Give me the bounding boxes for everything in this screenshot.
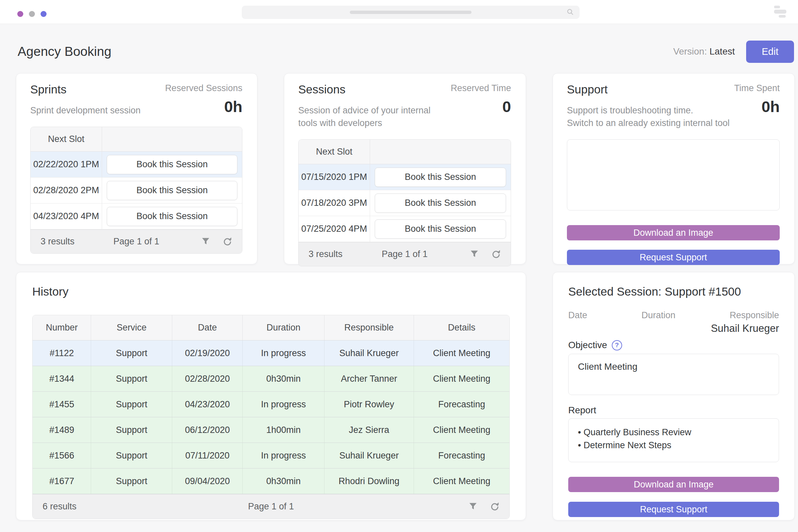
table-row[interactable]: 04/23/2020 4PM Book this Session [31, 204, 242, 229]
book-session-button[interactable]: Book this Session [107, 181, 238, 200]
cell-responsible: Suhail Krueger [324, 443, 414, 468]
results-count: 6 results [42, 501, 76, 512]
version-value: Latest [709, 46, 735, 57]
slot-date: 07/15/2020 1PM [299, 164, 370, 190]
report-field[interactable]: Quarterly Business Review Determine Next… [568, 418, 779, 462]
support-subtitle-line2: Switch to an already existing internal t… [567, 117, 729, 129]
table-row[interactable]: #1677 Support 09/04/2020 0h30min Rhodri … [33, 469, 509, 494]
sessions-table-footer: 3 results Page 1 of 1 [299, 242, 511, 266]
column-header-service: Service [91, 315, 172, 340]
cell-number: #1677 [33, 469, 91, 494]
book-session-button[interactable]: Book this Session [107, 207, 238, 226]
cell-number: #1122 [33, 341, 91, 366]
cell-date: 02/28/2020 [172, 366, 243, 391]
sprints-table-header: Next Slot [31, 127, 242, 152]
request-support-button[interactable]: Request Support [568, 502, 779, 517]
cell-date: 09/04/2020 [172, 469, 243, 494]
table-row[interactable]: #1344 Support 02/28/2020 0h30min Archer … [33, 366, 509, 392]
download-image-button[interactable]: Download an Image [567, 225, 780, 241]
support-empty-box [567, 139, 780, 210]
table-row[interactable]: #1566 Support 07/11/2020 In progress Suh… [33, 443, 509, 469]
book-session-button[interactable]: Book this Session [375, 220, 506, 239]
results-count: 3 results [308, 249, 342, 259]
browser-menu-icon[interactable] [774, 6, 787, 18]
cell-service: Support [91, 392, 172, 417]
book-session-button[interactable]: Book this Session [107, 155, 238, 174]
book-session-button[interactable]: Book this Session [375, 168, 506, 187]
cell-date: 07/11/2020 [172, 443, 243, 468]
slot-date: 02/28/2020 2PM [31, 177, 102, 203]
results-count: 3 results [41, 236, 75, 247]
cell-responsible: Piotr Rowley [324, 392, 414, 417]
sprints-metric-value: 0h [165, 97, 242, 116]
help-icon[interactable]: ? [612, 340, 622, 350]
cell-service: Support [91, 469, 172, 494]
sprints-title: Sprints [30, 82, 141, 97]
cell-service: Support [91, 366, 172, 391]
filter-icon[interactable] [201, 237, 210, 246]
sessions-card: Sessions Session of advice of your inter… [284, 73, 526, 264]
table-row[interactable]: #1489 Support 06/12/2020 1h00min Jez Sie… [33, 417, 509, 443]
refresh-icon[interactable] [223, 237, 232, 246]
column-header-duration: Duration [243, 315, 324, 340]
table-row[interactable]: #1122 Support 02/19/2020 In progress Suh… [33, 341, 509, 366]
objective-label: Objective [568, 340, 607, 350]
version-text: Version: Latest [673, 46, 735, 57]
sessions-metric-value: 0 [451, 97, 511, 116]
column-header-date: Date [172, 315, 243, 340]
table-row[interactable]: 07/18/2020 3PM Book this Session [299, 190, 511, 216]
edit-button[interactable]: Edit [746, 41, 794, 63]
history-table-footer: 6 results Page 1 of 1 [33, 494, 509, 519]
next-slot-column-header: Next Slot [31, 127, 102, 151]
refresh-icon[interactable] [490, 502, 499, 511]
cell-duration: 0h30min [243, 469, 324, 494]
download-image-button[interactable]: Download an Image [568, 477, 779, 492]
request-support-button[interactable]: Request Support [567, 250, 780, 265]
cell-responsible: Archer Tanner [324, 366, 414, 391]
sprints-subtitle: Sprint development session [30, 104, 141, 117]
sprints-table: Next Slot 02/22/2020 1PM Book this Sessi… [30, 127, 242, 254]
cell-number: #1344 [33, 366, 91, 391]
history-title: History [32, 284, 510, 299]
window-dot-minimize[interactable] [29, 11, 35, 17]
search-input[interactable] [242, 6, 580, 19]
slot-date: 07/25/2020 4PM [299, 216, 370, 242]
history-table: Number Service Date Duration Responsible… [32, 315, 510, 519]
table-row[interactable]: 07/15/2020 1PM Book this Session [299, 164, 511, 190]
filter-icon[interactable] [470, 250, 479, 259]
sessions-title: Sessions [298, 82, 438, 97]
cell-responsible: Jez Sierra [324, 417, 414, 442]
book-session-button[interactable]: Book this Session [375, 193, 506, 213]
version-label: Version: [673, 46, 707, 57]
support-metric-value: 0h [734, 97, 780, 116]
sprints-metric-label: Reserved Sessions [165, 82, 242, 94]
support-title: Support [567, 82, 729, 97]
filter-icon[interactable] [469, 502, 477, 511]
support-metric-label: Time Spent [734, 82, 780, 94]
cell-responsible: Rhodri Dowling [324, 469, 414, 494]
cell-duration: In progress [243, 341, 324, 366]
sessions-metric-label: Reserved Time [451, 82, 511, 94]
table-row[interactable]: 07/25/2020 4PM Book this Session [299, 216, 511, 242]
report-item: Quarterly Business Review [578, 426, 770, 439]
table-row[interactable]: 02/28/2020 2PM Book this Session [31, 177, 242, 204]
page-indicator: Page 1 of 1 [113, 236, 159, 247]
objective-value: Client Meeting [578, 361, 638, 372]
responsible-value: Suhail Krueger [568, 323, 779, 335]
slot-date: 07/18/2020 3PM [299, 190, 370, 216]
window-dot-expand[interactable] [41, 11, 46, 17]
objective-field[interactable]: Client Meeting [568, 354, 779, 395]
cell-details: Client Meeting [414, 341, 509, 366]
table-row[interactable]: #1455 Support 04/23/2020 In progress Pio… [33, 392, 509, 417]
date-label: Date [568, 310, 587, 321]
sessions-table-header: Next Slot [299, 140, 511, 164]
table-row[interactable]: 02/22/2020 1PM Book this Session [31, 152, 242, 177]
cell-service: Support [91, 417, 172, 442]
refresh-icon[interactable] [491, 250, 501, 259]
cell-details: Client Meeting [414, 366, 509, 391]
sprints-table-footer: 3 results Page 1 of 1 [31, 229, 242, 253]
history-table-header: Number Service Date Duration Responsible… [33, 315, 509, 341]
sprints-card: Sprints Sprint development session Reser… [16, 73, 258, 264]
window-dot-close[interactable] [17, 11, 23, 17]
history-card: History Number Service Date Duration Res… [16, 272, 526, 520]
